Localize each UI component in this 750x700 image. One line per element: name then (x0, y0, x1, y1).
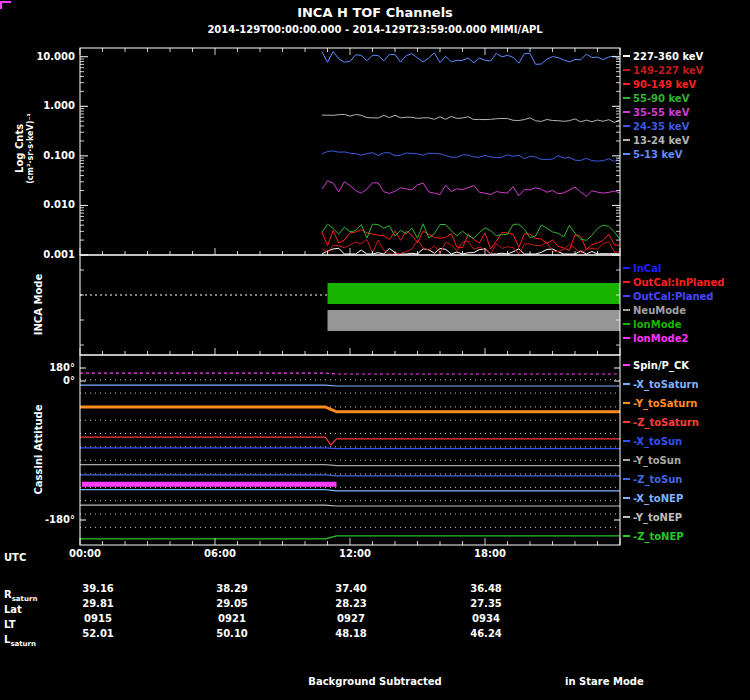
legend-label: -Z_toSaturn (633, 417, 699, 428)
flux-y-tick-label: 0.010 (29, 199, 75, 210)
legend-dash (623, 383, 630, 385)
ephemeris-value: 50.10 (207, 628, 257, 639)
legend-item-5-13-kev: 5-13 keV (623, 149, 682, 160)
legend-dash (623, 295, 630, 297)
legend-item-z-tosun: -Z_toSun (623, 474, 683, 485)
flux-series-35-55-kev (322, 181, 620, 197)
ephemeris-value: 39.16 (73, 583, 123, 594)
attitude-series-x-tosaturn (80, 385, 620, 386)
legend-dash (623, 337, 630, 339)
legend-dash (623, 421, 630, 423)
legend-dash (623, 97, 630, 99)
x-tick-label: 18:00 (468, 548, 512, 559)
flux-y-tick-label: 1.000 (29, 100, 75, 111)
attitude-y-axis-label: Cassini Attitude (33, 395, 44, 505)
legend-label: -Z_toSun (633, 474, 683, 485)
legend-item-x-tonep: -X_toNEP (623, 493, 683, 504)
attitude-y-tick-label: -180° (29, 514, 75, 525)
attitude-series-x-tonep (80, 490, 620, 491)
x-tick-label: 00:00 (63, 548, 107, 559)
ephemeris-value: 0921 (207, 613, 257, 624)
mode-bar-neumode (328, 310, 621, 331)
legend-item-spin-p-ck: Spin/P_CK (623, 360, 689, 371)
legend-item-ionmode2: IonMode2 (623, 333, 688, 344)
legend-dash (623, 111, 630, 113)
legend-label: 24-35 keV (633, 121, 689, 132)
flux-series-5-13-kev (322, 52, 620, 65)
legend-item-55-90-kev: 55-90 keV (623, 93, 689, 104)
legend-item-227-360-kev: 227-360 keV (623, 51, 703, 62)
legend-dash (623, 478, 630, 480)
attitude-series-z-tosun (80, 475, 620, 476)
legend-item-90-149-kev: 90-149 keV (623, 79, 696, 90)
legend-dash (623, 364, 630, 366)
ephemeris-value: 29.05 (207, 598, 257, 609)
ephemeris-value: 27.35 (461, 598, 511, 609)
ephemeris-value: 48.18 (326, 628, 376, 639)
legend-label: -X_toSun (633, 436, 682, 447)
utc-axis-label: UTC (4, 552, 26, 563)
attitude-y-tick-label: 180° (29, 362, 75, 373)
ephemeris-label-subscript: saturn (10, 640, 36, 648)
legend-dash (623, 55, 630, 57)
legend-item-x-tosaturn: -X_toSaturn (623, 379, 699, 390)
page-title: INCA H TOF Channels (0, 5, 750, 20)
legend-label: -Y_toNEP (633, 512, 682, 523)
ephemeris-value: 28.23 (326, 598, 376, 609)
legend-item-y-tonep: -Y_toNEP (623, 512, 682, 523)
mode-panel-border (80, 255, 620, 355)
ephemeris-value: 29.81 (73, 598, 123, 609)
legend-item-outcal-inplaned: OutCal:InPlaned (623, 277, 724, 288)
flux-series-13-24-kev (322, 114, 620, 122)
legend-dash (623, 440, 630, 442)
legend-item-outcal-planed: OutCal:Planed (623, 291, 713, 302)
flux-y-tick-label: 10.000 (29, 51, 75, 62)
legend-item-13-24-kev: 13-24 keV (623, 135, 689, 146)
mode-bar-ionmode (328, 283, 621, 304)
attitude-y-tick-label: 0° (29, 375, 75, 386)
x-tick-label: 12:00 (333, 548, 377, 559)
ephemeris-row-label: LT (4, 619, 16, 630)
flux-y-tick-label: 0.001 (29, 249, 75, 260)
legend-item-ionmode: IonMode (623, 319, 681, 330)
legend-dash (623, 323, 630, 325)
ephemeris-value: 46.24 (461, 628, 511, 639)
legend-dash (623, 516, 630, 518)
legend-label: -X_toNEP (633, 493, 683, 504)
ephemeris-value: 37.40 (326, 583, 376, 594)
legend-dash (623, 535, 630, 537)
footer-stare-mode: in Stare Mode (565, 676, 644, 687)
legend-dash (623, 139, 630, 141)
legend-label: -Y_toSun (633, 455, 681, 466)
ephemeris-value: 36.48 (461, 583, 511, 594)
legend-label: InCal (633, 263, 661, 274)
legend-item-149-227-kev: 149-227 keV (623, 65, 703, 76)
legend-label: 5-13 keV (633, 149, 682, 160)
ephemeris-row-label: Lsaturn (4, 634, 36, 648)
legend-item-neumode: NeuMode (623, 305, 686, 316)
legend-label: -Z_toNEP (633, 531, 684, 542)
legend-dash (623, 153, 630, 155)
legend-item-x-tosun: -X_toSun (623, 436, 682, 447)
attitude-series-spin-p-ck (80, 373, 620, 374)
legend-label: -Y_toSaturn (633, 398, 697, 409)
ephemeris-value: 52.01 (73, 628, 123, 639)
legend-label: 35-55 keV (633, 107, 689, 118)
attitude-series-x-tosun (80, 448, 620, 449)
legend-label: 13-24 keV (633, 135, 689, 146)
legend-dash (623, 267, 630, 269)
attitude-series-y-tosun (80, 465, 620, 466)
legend-item-z-tonep: -Z_toNEP (623, 531, 684, 542)
subtitle: 2014-129T00:00:00.000 - 2014-129T23:59:0… (0, 24, 750, 35)
legend-label: 149-227 keV (633, 65, 703, 76)
legend-item-y-tosun: -Y_toSun (623, 455, 681, 466)
ephemeris-value: 0934 (461, 613, 511, 624)
mode-y-axis-label: INCA Mode (33, 255, 44, 355)
legend-label: OutCal:InPlaned (633, 277, 724, 288)
ephemeris-row-label: Lat (4, 604, 22, 615)
footer-background-subtracted: Background Subtracted (275, 676, 475, 687)
legend-item-24-35-kev: 24-35 keV (623, 121, 689, 132)
x-tick-label: 06:00 (198, 548, 242, 559)
attitude-series-y-tonep (80, 505, 620, 506)
legend-label: IonMode (633, 319, 681, 330)
